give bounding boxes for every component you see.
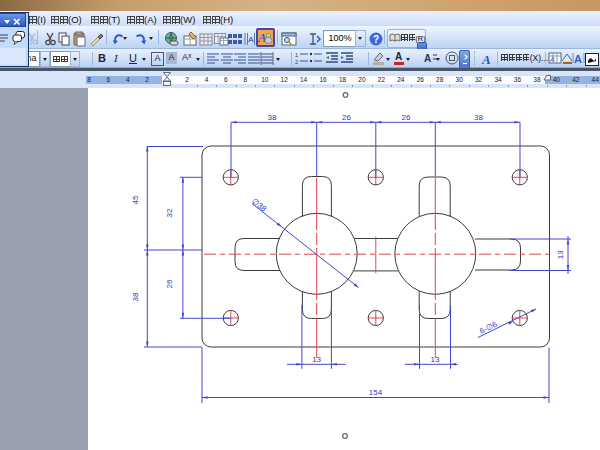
svg-text:13: 13 (312, 355, 321, 364)
svg-text:26: 26 (402, 113, 411, 122)
svg-text:38: 38 (268, 113, 277, 122)
svg-text:32: 32 (165, 208, 174, 217)
svg-text:26: 26 (342, 113, 351, 122)
svg-text:38: 38 (474, 113, 483, 122)
svg-text:38: 38 (131, 292, 140, 301)
svg-text:13: 13 (557, 250, 566, 259)
svg-text:∅38: ∅38 (250, 197, 268, 214)
svg-text:154: 154 (369, 388, 383, 397)
svg-text:13: 13 (431, 355, 440, 364)
svg-text:26: 26 (165, 279, 174, 288)
svg-text:6-∅6: 6-∅6 (478, 319, 499, 335)
svg-text:45: 45 (131, 195, 140, 204)
